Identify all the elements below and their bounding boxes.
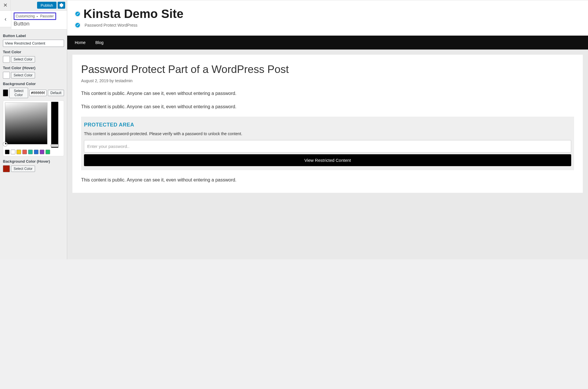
color-preset-black[interactable] (5, 150, 10, 154)
bg-color-hover-swatch[interactable] (3, 165, 10, 172)
color-preset-white[interactable] (11, 150, 15, 154)
protected-heading: PROTECTED AREA (84, 122, 571, 128)
protected-area: PROTECTED AREA This content is password-… (81, 117, 574, 170)
public-paragraph: This content is public. Anyone can see i… (81, 90, 574, 97)
bg-color-hex-input[interactable] (29, 90, 47, 96)
color-preset-red[interactable] (22, 150, 27, 154)
chevron-right-icon: ▸ (37, 15, 38, 18)
password-input[interactable] (84, 140, 571, 153)
color-hue-slider[interactable] (51, 102, 59, 148)
section-title: Button (14, 21, 65, 27)
text-color-swatch[interactable] (3, 56, 10, 63)
text-color-hover-select-button[interactable]: Select Color (11, 72, 35, 78)
chevron-left-icon: ‹ (5, 16, 7, 22)
button-label-input[interactable] (3, 40, 64, 47)
site-title[interactable]: Kinsta Demo Site (83, 8, 183, 20)
nav-home[interactable]: Home (75, 40, 85, 45)
customizer-section-header: Customizing ▸ Passster Button (11, 11, 67, 30)
customizer-topbar: ✕ Publish (0, 0, 67, 11)
bg-color-hover-select-button[interactable]: Select Color (11, 166, 35, 172)
public-paragraph: This content is public. Anyone can see i… (81, 103, 574, 110)
text-color-hover-swatch[interactable] (3, 72, 10, 79)
bg-color-hover-label: Background Color (Hover) (3, 159, 64, 164)
text-color-hover-label: Text Color (Hover) (3, 66, 64, 70)
pencil-icon (76, 24, 79, 27)
customizer-panel: ✕ Publish ‹ Customizing ▸ Passster Butto… (0, 0, 67, 259)
button-label-field-label: Button Label (3, 34, 64, 38)
text-color-label: Text Color (3, 50, 64, 54)
color-preset-row (5, 150, 62, 154)
publish-settings-button[interactable] (58, 2, 65, 9)
color-picker (3, 100, 64, 156)
edit-shortcut-title[interactable] (75, 11, 81, 17)
back-button[interactable]: ‹ (0, 11, 11, 27)
post-meta: August 2, 2019 by testadmin (81, 78, 574, 83)
bg-color-default-button[interactable]: Default (48, 90, 64, 96)
breadcrumb-part-2: Passster (40, 14, 54, 18)
public-paragraph: This content is public. Anyone can see i… (81, 177, 574, 184)
color-saturation-handle[interactable] (3, 142, 7, 146)
post-title: Password Protect Part of a WordPress Pos… (81, 63, 574, 76)
color-saturation-area[interactable] (5, 102, 48, 144)
protected-description: This content is password-protected. Plea… (84, 131, 571, 136)
gear-icon (59, 3, 63, 7)
bg-color-label: Background Color (3, 82, 64, 86)
color-preset-green[interactable] (45, 150, 50, 154)
color-preset-teal[interactable] (28, 150, 33, 154)
site-nav: Home Blog (67, 36, 588, 49)
view-restricted-content-button[interactable]: View Restricted Content (84, 154, 571, 166)
breadcrumb: Customizing ▸ Passster (14, 12, 56, 20)
text-color-select-button[interactable]: Select Color (11, 56, 35, 63)
post-content: Password Protect Part of a WordPress Pos… (72, 55, 583, 193)
customizer-body: Button Label Text Color Select Color Tex… (0, 30, 67, 259)
breadcrumb-part-1: Customizing (16, 14, 35, 18)
pencil-icon (76, 12, 79, 15)
bg-color-swatch[interactable] (3, 89, 8, 96)
color-hue-handle[interactable] (51, 144, 59, 147)
publish-button[interactable]: Publish (37, 2, 56, 9)
edit-shortcut-tagline[interactable] (75, 22, 81, 28)
bg-color-select-button[interactable]: Select Color (9, 88, 28, 98)
color-preset-blue[interactable] (34, 150, 39, 154)
site-tagline: Password Protect WordPress (85, 23, 138, 27)
preview-pane: Kinsta Demo Site Password Protect WordPr… (67, 0, 588, 259)
site-header: Kinsta Demo Site Password Protect WordPr… (67, 0, 588, 36)
nav-blog[interactable]: Blog (95, 40, 103, 45)
color-preset-purple[interactable] (40, 150, 44, 154)
close-customizer-button[interactable]: ✕ (0, 0, 11, 10)
close-icon: ✕ (3, 2, 8, 8)
color-preset-yellow[interactable] (17, 150, 21, 154)
